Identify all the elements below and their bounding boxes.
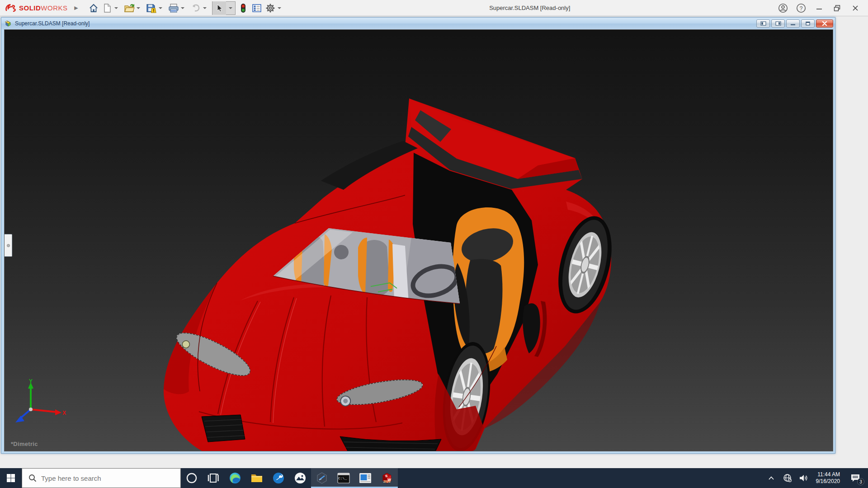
home-button[interactable] [87, 1, 100, 15]
select-tool-group [212, 1, 236, 15]
pane-left-icon [760, 21, 766, 26]
help-button[interactable]: ? [792, 1, 810, 15]
traffic-light-icon [241, 3, 246, 13]
view-orientation-label: *Dimetric [11, 441, 38, 447]
brand-text-light: WORKS [41, 4, 67, 12]
main-toolbar [87, 0, 286, 16]
solidworks-year-badge: 2020 [383, 480, 391, 483]
orientation-triad: Y X [13, 379, 67, 428]
pane-right-button[interactable] [771, 19, 785, 28]
tray-time: 11:44 AM [816, 471, 840, 478]
brand-text-bold: SOLID [19, 4, 41, 12]
globe-network-icon [783, 474, 792, 483]
minimize-button[interactable] [810, 1, 828, 15]
feature-manager-splitter-tab[interactable] [5, 234, 12, 257]
app-window-controls: ? [774, 1, 868, 15]
taskbar-item-media-app[interactable] [354, 468, 376, 488]
document-titlebar[interactable]: Supercar.SLDASM [Read-only] [1, 18, 835, 29]
taskbar-item-task-view[interactable] [203, 468, 224, 488]
toolbar-expander-arrow[interactable]: ▶ [72, 5, 80, 11]
options-dropdown[interactable] [278, 7, 281, 9]
action-center-button[interactable]: 3 [845, 468, 865, 488]
photos-icon [294, 472, 307, 484]
splitter-dot [7, 244, 10, 247]
doc-minimize-button[interactable] [786, 19, 800, 28]
gear-icon [265, 3, 275, 13]
car-model-render[interactable] [5, 30, 833, 451]
left-grille[interactable] [202, 415, 245, 442]
account-button[interactable] [774, 1, 792, 15]
media-window-icon [359, 473, 372, 483]
save-button[interactable] [145, 1, 158, 15]
taskbar-search[interactable] [22, 468, 181, 488]
taskbar-item-support-tool[interactable] [268, 468, 289, 488]
tray-network-button[interactable] [781, 468, 794, 488]
document-title: Supercar.SLDASM [Read-only] [15, 20, 756, 27]
save-icon [146, 3, 156, 13]
open-dropdown[interactable] [137, 7, 140, 9]
select-cursor-icon [215, 4, 223, 13]
open-button[interactable] [123, 1, 136, 15]
select-tool-dropdown[interactable] [229, 7, 232, 9]
wrench-circle-icon [272, 472, 285, 484]
hexagon-app-icon [316, 472, 328, 484]
taskbar-item-file-explorer[interactable] [246, 468, 268, 488]
open-folder-icon [124, 3, 135, 13]
cortana-icon [186, 472, 198, 484]
properties-list-icon [252, 4, 262, 13]
tray-clock[interactable]: 11:44 AM 9/16/2020 [813, 471, 843, 485]
evaluate-button[interactable] [250, 1, 264, 15]
undo-icon [191, 4, 201, 13]
command-prompt-label: C:\_ [338, 476, 347, 480]
pane-left-button[interactable] [756, 19, 770, 28]
print-icon [168, 3, 179, 13]
document-window-controls [756, 19, 833, 28]
doc-close-button[interactable] [816, 19, 833, 28]
doc-restore-icon [805, 21, 811, 26]
triad-x-label: X [62, 410, 66, 416]
notification-count-badge: 3 [857, 478, 864, 485]
print-dropdown[interactable] [181, 7, 184, 9]
close-button[interactable] [846, 1, 864, 15]
assembly-cube-icon [4, 19, 12, 28]
restore-icon [834, 5, 841, 12]
restore-button[interactable] [828, 1, 846, 15]
minimize-icon [816, 5, 822, 11]
rebuild-button[interactable] [236, 1, 250, 15]
undo-button[interactable] [189, 1, 203, 15]
new-document-icon [103, 3, 112, 13]
app-title: Supercar.SLDASM [Read-only] [286, 5, 774, 11]
search-icon [28, 474, 37, 482]
svg-text:?: ? [800, 5, 803, 11]
search-input[interactable] [41, 474, 163, 482]
taskbar-item-command-prompt[interactable]: C:\_ [333, 468, 354, 488]
taskbar-item-cortana[interactable] [181, 468, 203, 488]
speaker-icon [799, 474, 809, 482]
taskbar-item-edrawings[interactable] [311, 468, 333, 488]
home-icon [89, 3, 99, 13]
taskbar-item-edge[interactable] [224, 468, 246, 488]
new-document-button[interactable] [100, 1, 114, 15]
file-explorer-icon [250, 472, 263, 484]
close-icon [852, 5, 859, 11]
taskbar-item-solidworks[interactable]: S W 2020 [376, 468, 398, 488]
doc-minimize-icon [790, 21, 796, 26]
taskbar: C:\_ S W 2020 [0, 468, 868, 488]
save-dropdown[interactable] [159, 7, 162, 9]
tray-chevron-button[interactable] [764, 468, 778, 488]
taskbar-item-photos[interactable] [289, 468, 311, 488]
tray-volume-button[interactable] [797, 468, 811, 488]
new-document-dropdown[interactable] [114, 7, 118, 9]
print-button[interactable] [167, 1, 180, 15]
edge-icon [229, 472, 241, 484]
chevron-up-icon [768, 476, 774, 480]
graphics-viewport[interactable]: Y X *Dimetric [4, 29, 833, 451]
windows-logo-icon [6, 474, 15, 483]
start-button[interactable] [0, 468, 22, 488]
undo-dropdown[interactable] [203, 7, 207, 9]
options-button[interactable] [264, 1, 277, 15]
select-tool-button[interactable] [212, 1, 226, 15]
doc-restore-button[interactable] [801, 19, 815, 28]
app-titlebar: SOLIDWORKS ▶ [0, 0, 868, 16]
pane-right-icon [775, 21, 781, 26]
